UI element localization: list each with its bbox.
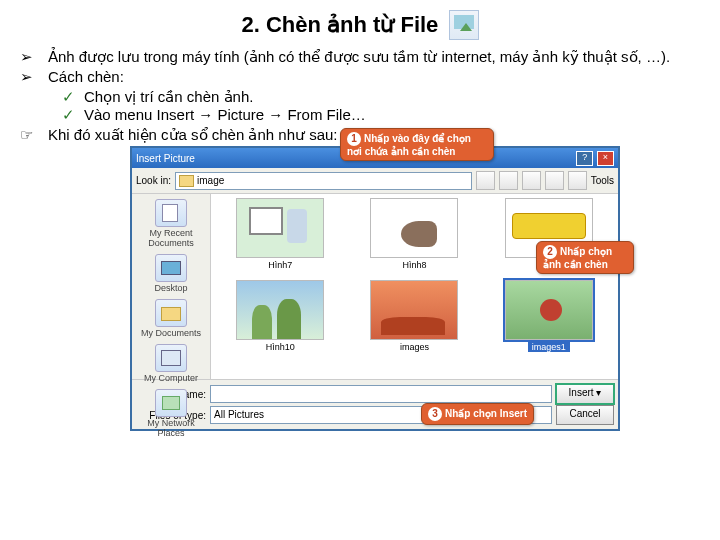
thumb-hinh10[interactable]: Hình10 bbox=[215, 280, 345, 358]
back-icon[interactable] bbox=[476, 171, 495, 190]
thumb-img bbox=[236, 280, 324, 340]
callout-num-2: 2 bbox=[543, 245, 557, 259]
place-mydocs-label: My Documents bbox=[141, 328, 201, 338]
bullet-2: ➢ Cách chèn: bbox=[20, 68, 700, 86]
thumb-caption: images1 bbox=[528, 342, 570, 352]
views-icon[interactable] bbox=[568, 171, 587, 190]
bullet-2-text: Cách chèn: bbox=[48, 68, 124, 86]
point-icon: ☞ bbox=[20, 126, 48, 144]
cancel-button[interactable]: Cancel bbox=[556, 405, 614, 425]
thumb-hinh8[interactable]: Hình8 bbox=[349, 198, 479, 276]
bullet-1-text: Ảnh được lưu trong máy tính (ảnh có thể … bbox=[48, 48, 670, 66]
dialog-screenshot: 1Nhấp vào đây để chọn nơi chứa ảnh cần c… bbox=[130, 146, 620, 431]
recent-icon bbox=[155, 199, 187, 227]
lookin-label: Look in: bbox=[136, 175, 171, 186]
close-button[interactable]: × bbox=[597, 151, 614, 166]
cancel-button-label: Cancel bbox=[569, 408, 600, 419]
mynet-icon bbox=[155, 389, 187, 417]
place-mydocs[interactable]: My Documents bbox=[132, 296, 210, 341]
callout-2: 2Nhấp chọn ảnh cần chèn bbox=[536, 241, 634, 274]
places-bar: My Recent Documents Desktop My Documents… bbox=[132, 194, 211, 379]
dialog-toolbar: Look in: image Tools bbox=[132, 168, 618, 194]
place-desktop[interactable]: Desktop bbox=[132, 251, 210, 296]
filetype-value: All Pictures bbox=[214, 409, 264, 420]
thumb-images1[interactable]: images1 bbox=[484, 280, 614, 358]
arrow-bullet-icon: ➢ bbox=[20, 68, 48, 86]
place-mycomp[interactable]: My Computer bbox=[132, 341, 210, 386]
lookin-combo[interactable]: image bbox=[175, 172, 472, 190]
thumb-caption: Hình8 bbox=[402, 260, 426, 270]
folder-icon bbox=[179, 175, 194, 187]
up-icon[interactable] bbox=[499, 171, 518, 190]
check-icon: ✓ bbox=[62, 106, 84, 124]
place-recent-label: My Recent Documents bbox=[148, 228, 194, 248]
callout-3-text: Nhấp chọn Insert bbox=[445, 408, 527, 419]
thumb-caption: images bbox=[400, 342, 429, 352]
place-desktop-label: Desktop bbox=[154, 283, 187, 293]
callout-1: 1Nhấp vào đây để chọn nơi chứa ảnh cần c… bbox=[340, 128, 494, 161]
thumb-img bbox=[370, 198, 458, 258]
file-gallery: Hình7 Hình8 Hình9 Hình10 images images1 bbox=[211, 194, 618, 379]
check-icon: ✓ bbox=[62, 88, 84, 106]
page-title-row: 2. Chèn ảnh từ File bbox=[20, 10, 700, 40]
callout-num-1: 1 bbox=[347, 132, 361, 146]
subbullet-2: ✓ Vào menu Insert → Picture → From File… bbox=[62, 106, 700, 124]
help-button[interactable]: ? bbox=[576, 151, 593, 166]
page-title: 2. Chèn ảnh từ File bbox=[241, 12, 438, 38]
thumb-hinh7[interactable]: Hình7 bbox=[215, 198, 345, 276]
thumb-images[interactable]: images bbox=[349, 280, 479, 358]
arrow-bullet-icon: ➢ bbox=[20, 48, 48, 66]
thumb-img bbox=[505, 280, 593, 340]
dialog-title: Insert Picture bbox=[136, 153, 195, 164]
place-mycomp-label: My Computer bbox=[144, 373, 198, 383]
note-text: Khi đó xuất hiện cửa sổ chèn ảnh như sau… bbox=[48, 126, 338, 144]
insert-button-label: Insert bbox=[569, 387, 594, 398]
thumb-img bbox=[370, 280, 458, 340]
dialog-body: My Recent Documents Desktop My Documents… bbox=[132, 194, 618, 379]
thumb-caption: Hình7 bbox=[268, 260, 292, 270]
subbullet-1: ✓ Chọn vị trí cần chèn ảnh. bbox=[62, 88, 700, 106]
place-recent[interactable]: My Recent Documents bbox=[132, 196, 210, 251]
insert-button[interactable]: Insert ▾ bbox=[556, 384, 614, 404]
tools-dropdown[interactable]: Tools bbox=[591, 175, 614, 186]
insert-picture-dialog: Insert Picture ? × Look in: image Tools … bbox=[130, 146, 620, 431]
lookin-value: image bbox=[197, 173, 224, 188]
delete-icon[interactable] bbox=[522, 171, 541, 190]
thumb-img bbox=[236, 198, 324, 258]
callout-num-3: 3 bbox=[428, 407, 442, 421]
subbullet-1-text: Chọn vị trí cần chèn ảnh. bbox=[84, 88, 253, 106]
bullet-1: ➢ Ảnh được lưu trong máy tính (ảnh có th… bbox=[20, 48, 700, 66]
picture-icon bbox=[449, 10, 479, 40]
place-mynet-label: My Network Places bbox=[147, 418, 195, 438]
callout-1-text: Nhấp vào đây để chọn nơi chứa ảnh cần ch… bbox=[347, 133, 471, 157]
mydocs-icon bbox=[155, 299, 187, 327]
mycomp-icon bbox=[155, 344, 187, 372]
subbullet-2-text: Vào menu Insert → Picture → From File… bbox=[84, 106, 366, 124]
desktop-icon bbox=[155, 254, 187, 282]
thumb-caption: Hình10 bbox=[266, 342, 295, 352]
newfolder-icon[interactable] bbox=[545, 171, 564, 190]
callout-3: 3Nhấp chọn Insert bbox=[421, 403, 534, 425]
filename-input[interactable] bbox=[210, 385, 552, 403]
